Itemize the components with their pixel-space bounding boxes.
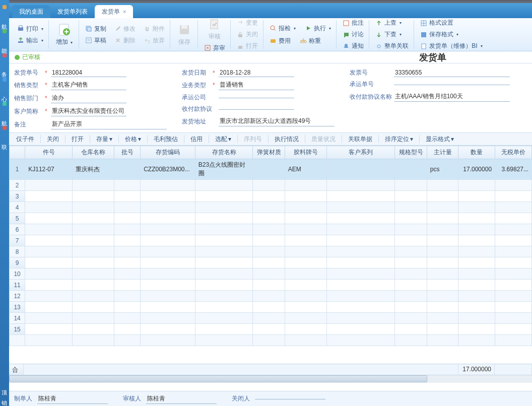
cell[interactable] xyxy=(114,213,141,224)
cell[interactable] xyxy=(395,159,427,180)
sale-type[interactable]: 主机客户销售 xyxy=(51,80,126,90)
attach-button[interactable]: 附件 xyxy=(142,24,167,34)
cell[interactable] xyxy=(25,268,73,280)
cell[interactable] xyxy=(25,335,73,346)
cell[interactable] xyxy=(195,280,252,291)
cell[interactable] xyxy=(327,291,395,302)
cell[interactable] xyxy=(141,213,195,224)
pay-name[interactable]: 主机/AAA/销售月结100天 xyxy=(394,92,510,102)
cell[interactable] xyxy=(195,235,252,246)
column-header[interactable]: 无税单价 xyxy=(495,146,532,159)
close-icon[interactable]: × xyxy=(123,9,126,15)
cell[interactable] xyxy=(458,202,495,213)
cell[interactable] xyxy=(114,191,141,202)
column-header[interactable]: 胶料牌号 xyxy=(285,146,326,159)
cell[interactable] xyxy=(395,213,427,224)
cell[interactable] xyxy=(458,235,495,246)
cell[interactable] xyxy=(327,159,395,180)
table-row[interactable]: 10 xyxy=(10,268,532,280)
tab-list[interactable]: 发货单列表 xyxy=(50,5,95,18)
lookup-up-button[interactable]: 上查▾ xyxy=(373,18,411,28)
table-row[interactable]: 2 xyxy=(10,180,532,191)
cell[interactable] xyxy=(25,191,73,202)
column-header[interactable]: 规格型号 xyxy=(395,146,427,159)
audit-button[interactable]: 审核 xyxy=(202,16,227,42)
match-button[interactable]: 选配▾ xyxy=(211,134,235,145)
cell[interactable] xyxy=(114,291,141,302)
change-button[interactable]: 变更 xyxy=(235,18,260,28)
waybill[interactable] xyxy=(394,84,510,85)
cell[interactable] xyxy=(114,235,141,246)
cell[interactable] xyxy=(395,313,427,324)
cell[interactable] xyxy=(114,324,141,335)
table-row[interactable]: 12 xyxy=(10,291,532,302)
cell[interactable] xyxy=(285,235,326,246)
row-number[interactable]: 15 xyxy=(10,324,25,335)
cell[interactable] xyxy=(458,224,495,235)
cost-button[interactable]: 费用 xyxy=(268,36,293,46)
table-row[interactable]: 3 xyxy=(10,191,532,202)
cell[interactable]: B23点火线圈密封圈 xyxy=(195,159,252,180)
cell[interactable] xyxy=(72,191,114,202)
column-header[interactable]: 存货名称 xyxy=(195,146,252,159)
table-row[interactable]: 9 xyxy=(10,257,532,268)
cell[interactable] xyxy=(427,180,458,191)
column-header[interactable]: 主计量 xyxy=(427,146,458,159)
cell[interactable] xyxy=(458,291,495,302)
cell[interactable] xyxy=(495,180,532,191)
cell[interactable] xyxy=(25,324,73,335)
cell[interactable] xyxy=(427,213,458,224)
cell[interactable] xyxy=(395,235,427,246)
table-row[interactable]: 1KJ112-07重庆科杰CZZ00B23M00...B23点火线圈密封圈AEM… xyxy=(10,159,532,180)
cell[interactable] xyxy=(285,246,326,257)
cell[interactable] xyxy=(72,257,114,268)
close-button[interactable]: 关闭 xyxy=(235,29,260,40)
column-header[interactable]: 存货编码 xyxy=(141,146,195,159)
cell[interactable] xyxy=(195,202,252,213)
cell[interactable] xyxy=(72,268,114,280)
cell[interactable] xyxy=(114,268,141,280)
table-row[interactable]: 5 xyxy=(10,213,532,224)
cell[interactable] xyxy=(427,257,458,268)
nav-dot[interactable] xyxy=(3,102,7,106)
table-row[interactable]: 15 xyxy=(10,324,532,335)
cell[interactable] xyxy=(114,159,141,180)
cell[interactable] xyxy=(495,335,532,346)
cell[interactable] xyxy=(141,257,195,268)
cell[interactable] xyxy=(327,280,395,291)
cell[interactable] xyxy=(195,246,252,257)
cell[interactable] xyxy=(141,202,195,213)
cell[interactable] xyxy=(253,335,285,346)
cell[interactable] xyxy=(72,291,114,302)
cell[interactable] xyxy=(285,202,326,213)
cell[interactable] xyxy=(253,268,285,280)
cell[interactable] xyxy=(327,257,395,268)
table-row[interactable]: 8 xyxy=(10,246,532,257)
draft-button[interactable]: 草稿 xyxy=(83,35,108,46)
cell[interactable] xyxy=(395,180,427,191)
cell[interactable] xyxy=(427,335,458,346)
cell[interactable] xyxy=(285,257,326,268)
cell[interactable] xyxy=(495,213,532,224)
cell[interactable] xyxy=(395,268,427,280)
row-number[interactable]: 12 xyxy=(10,291,25,302)
row-number[interactable]: 14 xyxy=(10,313,25,324)
invoice-no[interactable]: 33350655 xyxy=(394,69,510,77)
cell[interactable] xyxy=(327,268,395,280)
cell[interactable] xyxy=(427,324,458,335)
cell[interactable] xyxy=(327,335,395,346)
cell[interactable] xyxy=(25,291,73,302)
cell[interactable] xyxy=(285,224,326,235)
cell[interactable] xyxy=(72,280,114,291)
cell[interactable] xyxy=(495,324,532,335)
quality-button[interactable]: 质量状况 xyxy=(307,134,340,145)
sort-button[interactable]: 排序定位▾ xyxy=(381,134,417,145)
ship-date[interactable]: 2018-12-28 xyxy=(219,69,294,77)
cell[interactable] xyxy=(327,235,395,246)
assoc-button[interactable]: 关联单据 xyxy=(344,134,376,145)
column-header[interactable]: 数量 xyxy=(458,146,495,159)
repair-button[interactable]: 发货单（维修）BI▾ xyxy=(418,41,484,51)
carrier[interactable] xyxy=(219,97,294,98)
cell[interactable] xyxy=(327,324,395,335)
only-kit-button[interactable]: 仅子件 xyxy=(12,134,38,145)
